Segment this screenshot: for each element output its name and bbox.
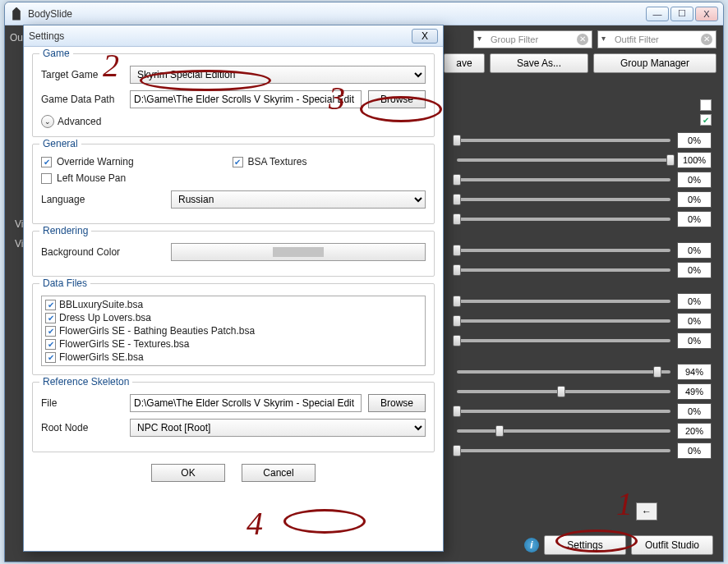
dialog-close-button[interactable]: X: [412, 29, 438, 44]
checkbox-icon[interactable]: ✔: [45, 313, 56, 323]
titlebar[interactable]: BodySlide — ☐ X: [5, 2, 723, 25]
slider-track[interactable]: [457, 390, 670, 393]
dialog-titlebar[interactable]: Settings X: [24, 25, 443, 47]
slider-track[interactable]: [457, 218, 670, 221]
save-button[interactable]: ave: [444, 53, 485, 73]
slider-thumb[interactable]: [453, 315, 461, 327]
slider-thumb[interactable]: [453, 296, 461, 307]
slider-thumb[interactable]: [653, 366, 661, 378]
slider-thumb[interactable]: [453, 245, 461, 256]
slider-track[interactable]: [457, 249, 670, 252]
slider-value[interactable]: 0%: [677, 332, 712, 349]
root-node-label: Root Node: [41, 422, 123, 433]
slider-thumb[interactable]: [666, 154, 675, 166]
slider-value[interactable]: 0%: [677, 403, 712, 420]
slider-value[interactable]: 49%: [677, 383, 712, 400]
slider-track[interactable]: [457, 449, 670, 452]
outfit-filter[interactable]: ▾ Outfit Filter ✕: [597, 30, 716, 48]
datafile-item[interactable]: ✔FlowerGirls SE - Textures.bsa: [44, 337, 423, 351]
slider-thumb[interactable]: [453, 194, 461, 205]
slider-track[interactable]: [457, 319, 670, 323]
cancel-button[interactable]: Cancel: [242, 464, 316, 482]
info-icon[interactable]: i: [524, 538, 539, 553]
save-as-button[interactable]: Save As...: [490, 53, 588, 73]
datafile-item[interactable]: ✔Dress Up Lovers.bsa: [44, 311, 423, 324]
app-icon: [10, 7, 23, 21]
slider-track[interactable]: [457, 410, 670, 413]
slider-thumb[interactable]: [453, 445, 461, 456]
slider-thumb[interactable]: [453, 135, 461, 146]
checkbox-1[interactable]: [700, 99, 712, 111]
slider-track[interactable]: [457, 370, 670, 374]
background-color-button[interactable]: [171, 243, 426, 261]
game-data-path-input[interactable]: [130, 90, 362, 108]
group-filter[interactable]: ▾ Group Filter ✕: [473, 30, 592, 48]
root-node-select[interactable]: NPC Root [Root]: [130, 419, 426, 437]
group-rendering: Rendering Background Color: [32, 231, 435, 277]
slider-track[interactable]: [457, 198, 670, 201]
browse-skeleton-button[interactable]: Browse: [368, 394, 426, 412]
language-select[interactable]: Russian: [171, 190, 426, 209]
target-game-select[interactable]: Skyrim Special Edition: [130, 66, 426, 84]
slider-value[interactable]: 100%: [677, 152, 712, 168]
datafiles-list[interactable]: ✔BBLuxurySuite.bsa✔Dress Up Lovers.bsa✔F…: [41, 296, 426, 366]
slider-track[interactable]: [457, 429, 670, 433]
slider-value[interactable]: 0%: [677, 262, 712, 278]
override-warning-checkbox[interactable]: ✔Override Warning: [41, 156, 134, 167]
ok-button[interactable]: OK: [151, 464, 225, 482]
slider-track[interactable]: [457, 158, 670, 162]
slider-track[interactable]: [457, 139, 670, 142]
clear-icon[interactable]: ✕: [577, 34, 588, 45]
advanced-toggle[interactable]: ⌄ Advanced: [41, 115, 426, 128]
slider-value[interactable]: 0%: [677, 313, 712, 329]
outfit-studio-button[interactable]: Outfit Studio: [631, 535, 713, 555]
skeleton-file-input[interactable]: [130, 394, 362, 412]
arrow-left-button[interactable]: ←: [636, 502, 657, 520]
slider-thumb[interactable]: [453, 174, 461, 186]
slider-track[interactable]: [457, 339, 670, 342]
slider-track[interactable]: [457, 178, 670, 181]
slider-value[interactable]: 0%: [677, 132, 712, 149]
slider-row: 94%: [457, 364, 712, 380]
slider-value[interactable]: 0%: [677, 242, 712, 259]
slider-value[interactable]: 20%: [677, 423, 712, 439]
slider-thumb[interactable]: [557, 386, 565, 397]
datafile-item[interactable]: ✔FlowerGirls SE - Bathing Beauties Patch…: [44, 324, 423, 337]
slider-thumb[interactable]: [453, 264, 461, 276]
clear-icon[interactable]: ✕: [701, 34, 712, 45]
checkbox-icon[interactable]: ✔: [45, 339, 56, 350]
slider-track[interactable]: [457, 268, 670, 272]
slider-thumb[interactable]: [453, 213, 461, 225]
slider-value[interactable]: 0%: [677, 172, 712, 188]
checkbox-icon[interactable]: ✔: [45, 326, 56, 337]
checkbox-2[interactable]: ✔: [700, 114, 712, 126]
slider-row: 0%: [457, 442, 712, 459]
slider-row: 0%: [457, 403, 712, 420]
datafile-item[interactable]: ✔FlowerGirls SE.bsa: [44, 351, 423, 364]
bsa-textures-checkbox[interactable]: ✔BSA Textures: [233, 156, 307, 167]
settings-button[interactable]: Settings: [544, 535, 626, 555]
checkbox-icon[interactable]: ✔: [45, 352, 56, 363]
datafile-item[interactable]: ✔BBLuxurySuite.bsa: [44, 298, 423, 311]
checkbox-icon[interactable]: ✔: [45, 300, 56, 310]
game-data-path-label: Game Data Path: [41, 94, 123, 105]
slider-value[interactable]: 0%: [677, 191, 712, 208]
slider-row: 0%: [457, 293, 712, 310]
slider-row: 0%: [457, 332, 712, 349]
datafile-name: BBLuxurySuite.bsa: [59, 299, 143, 310]
group-manager-button[interactable]: Group Manager: [593, 53, 716, 73]
slider-thumb[interactable]: [453, 335, 461, 346]
slider-value[interactable]: 0%: [677, 442, 712, 459]
slider-thumb[interactable]: [453, 406, 461, 417]
slider-track[interactable]: [457, 300, 670, 303]
minimize-button[interactable]: —: [646, 7, 669, 21]
browse-game-path-button[interactable]: Browse: [368, 90, 426, 108]
left-mouse-pan-checkbox[interactable]: Left Mouse Pan: [41, 172, 401, 184]
slider-value[interactable]: 94%: [677, 364, 712, 380]
slider-value[interactable]: 0%: [677, 211, 712, 227]
advanced-label: Advanced: [58, 116, 101, 127]
slider-thumb[interactable]: [495, 425, 504, 437]
slider-value[interactable]: 0%: [677, 293, 712, 310]
maximize-button[interactable]: ☐: [670, 7, 693, 21]
close-button[interactable]: X: [695, 7, 718, 21]
